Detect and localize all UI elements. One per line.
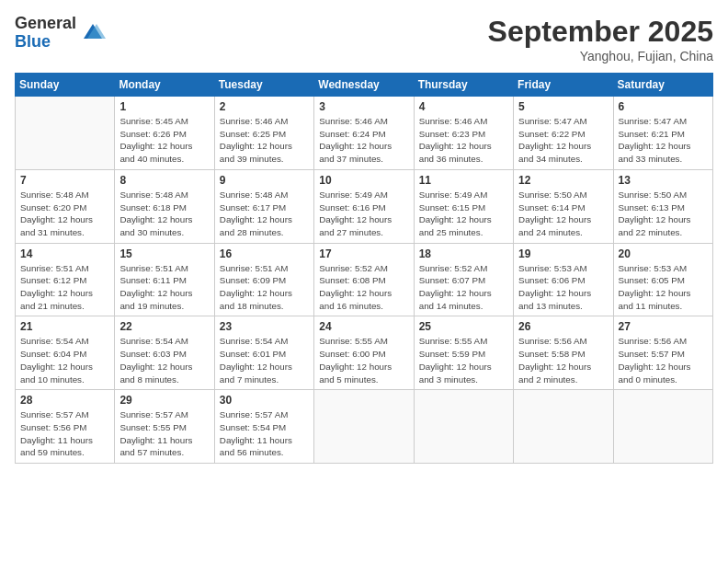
- day-info: Sunrise: 5:51 AM Sunset: 6:12 PM Dayligh…: [20, 262, 109, 313]
- day-info: Sunrise: 5:46 AM Sunset: 6:23 PM Dayligh…: [419, 115, 508, 166]
- day-number: 27: [619, 320, 708, 333]
- calendar-cell: 2Sunrise: 5:46 AM Sunset: 6:25 PM Daylig…: [214, 97, 313, 170]
- day-info: Sunrise: 5:46 AM Sunset: 6:25 PM Dayligh…: [220, 115, 309, 166]
- day-info: Sunrise: 5:51 AM Sunset: 6:09 PM Dayligh…: [220, 262, 309, 313]
- calendar-cell: 5Sunrise: 5:47 AM Sunset: 6:22 PM Daylig…: [514, 97, 613, 170]
- calendar-cell: 23Sunrise: 5:54 AM Sunset: 6:01 PM Dayli…: [214, 316, 313, 390]
- weekday-header-row: SundayMondayTuesdayWednesdayThursdayFrid…: [16, 74, 713, 97]
- day-number: 15: [119, 247, 209, 260]
- weekday-header-wednesday: Wednesday: [314, 74, 414, 97]
- day-number: 17: [319, 247, 408, 260]
- logo: General Blue: [15, 15, 106, 52]
- day-info: Sunrise: 5:48 AM Sunset: 6:20 PM Dayligh…: [20, 189, 109, 239]
- day-info: Sunrise: 5:47 AM Sunset: 6:21 PM Dayligh…: [619, 115, 708, 166]
- calendar-cell: 20Sunrise: 5:53 AM Sunset: 6:05 PM Dayli…: [613, 243, 712, 316]
- day-info: Sunrise: 5:56 AM Sunset: 5:57 PM Dayligh…: [619, 335, 708, 385]
- day-info: Sunrise: 5:57 AM Sunset: 5:56 PM Dayligh…: [20, 408, 109, 459]
- day-number: 29: [119, 394, 209, 407]
- day-info: Sunrise: 5:46 AM Sunset: 6:24 PM Dayligh…: [319, 115, 408, 166]
- day-info: Sunrise: 5:57 AM Sunset: 5:54 PM Dayligh…: [220, 408, 309, 459]
- calendar-cell: 7Sunrise: 5:48 AM Sunset: 6:20 PM Daylig…: [16, 169, 115, 243]
- calendar-table: SundayMondayTuesdayWednesdayThursdayFrid…: [15, 73, 713, 464]
- day-info: Sunrise: 5:53 AM Sunset: 6:05 PM Dayligh…: [619, 262, 708, 313]
- calendar-cell: [314, 390, 414, 464]
- calendar-week-3: 14Sunrise: 5:51 AM Sunset: 6:12 PM Dayli…: [16, 243, 713, 316]
- day-info: Sunrise: 5:54 AM Sunset: 6:01 PM Dayligh…: [220, 335, 309, 385]
- day-number: 24: [319, 320, 408, 333]
- calendar-week-1: 1Sunrise: 5:45 AM Sunset: 6:26 PM Daylig…: [16, 97, 713, 170]
- day-number: 21: [20, 320, 109, 333]
- calendar-cell: 27Sunrise: 5:56 AM Sunset: 5:57 PM Dayli…: [613, 316, 712, 390]
- day-info: Sunrise: 5:50 AM Sunset: 6:13 PM Dayligh…: [619, 189, 708, 239]
- day-number: 12: [518, 174, 608, 187]
- calendar-cell: 10Sunrise: 5:49 AM Sunset: 6:16 PM Dayli…: [314, 169, 414, 243]
- calendar-cell: 11Sunrise: 5:49 AM Sunset: 6:15 PM Dayli…: [414, 169, 513, 243]
- calendar-cell: 13Sunrise: 5:50 AM Sunset: 6:13 PM Dayli…: [613, 169, 712, 243]
- calendar-cell: 9Sunrise: 5:48 AM Sunset: 6:17 PM Daylig…: [214, 169, 313, 243]
- calendar-cell: 6Sunrise: 5:47 AM Sunset: 6:21 PM Daylig…: [613, 97, 712, 170]
- calendar-cell: 26Sunrise: 5:56 AM Sunset: 5:58 PM Dayli…: [514, 316, 613, 390]
- weekday-header-friday: Friday: [514, 74, 613, 97]
- calendar-cell: 25Sunrise: 5:55 AM Sunset: 5:59 PM Dayli…: [414, 316, 513, 390]
- day-number: 6: [619, 100, 708, 113]
- calendar-cell: 8Sunrise: 5:48 AM Sunset: 6:18 PM Daylig…: [115, 169, 214, 243]
- calendar-cell: 1Sunrise: 5:45 AM Sunset: 6:26 PM Daylig…: [115, 97, 214, 170]
- day-number: 11: [419, 174, 508, 187]
- day-number: 10: [319, 174, 408, 187]
- day-info: Sunrise: 5:48 AM Sunset: 6:17 PM Dayligh…: [220, 189, 309, 239]
- day-number: 26: [518, 320, 608, 333]
- day-number: 22: [119, 320, 209, 333]
- calendar-cell: 30Sunrise: 5:57 AM Sunset: 5:54 PM Dayli…: [214, 390, 313, 464]
- calendar-cell: [16, 97, 115, 170]
- location: Yanghou, Fujian, China: [488, 49, 713, 63]
- calendar-cell: 17Sunrise: 5:52 AM Sunset: 6:08 PM Dayli…: [314, 243, 414, 316]
- calendar-cell: 21Sunrise: 5:54 AM Sunset: 6:04 PM Dayli…: [16, 316, 115, 390]
- day-number: 23: [220, 320, 309, 333]
- day-info: Sunrise: 5:47 AM Sunset: 6:22 PM Dayligh…: [518, 115, 608, 166]
- page-header: General Blue September 2025 Yanghou, Fuj…: [15, 15, 713, 63]
- weekday-header-thursday: Thursday: [414, 74, 513, 97]
- day-number: 3: [319, 100, 408, 113]
- calendar-cell: 24Sunrise: 5:55 AM Sunset: 6:00 PM Dayli…: [314, 316, 414, 390]
- day-info: Sunrise: 5:56 AM Sunset: 5:58 PM Dayligh…: [518, 335, 608, 385]
- logo-blue-text: Blue: [15, 33, 76, 52]
- day-info: Sunrise: 5:53 AM Sunset: 6:06 PM Dayligh…: [518, 262, 608, 313]
- day-info: Sunrise: 5:54 AM Sunset: 6:03 PM Dayligh…: [119, 335, 209, 385]
- day-info: Sunrise: 5:52 AM Sunset: 6:08 PM Dayligh…: [319, 262, 408, 313]
- month-title: September 2025: [488, 15, 713, 49]
- weekday-header-monday: Monday: [115, 74, 214, 97]
- day-info: Sunrise: 5:49 AM Sunset: 6:16 PM Dayligh…: [319, 189, 408, 239]
- day-number: 4: [419, 100, 508, 113]
- day-info: Sunrise: 5:51 AM Sunset: 6:11 PM Dayligh…: [119, 262, 209, 313]
- calendar-cell: [414, 390, 513, 464]
- day-info: Sunrise: 5:54 AM Sunset: 6:04 PM Dayligh…: [20, 335, 109, 385]
- logo-general-text: General: [15, 15, 76, 33]
- calendar-cell: [613, 390, 712, 464]
- day-number: 28: [20, 394, 109, 407]
- logo-icon: [80, 20, 106, 46]
- day-number: 30: [220, 394, 309, 407]
- calendar-cell: 12Sunrise: 5:50 AM Sunset: 6:14 PM Dayli…: [514, 169, 613, 243]
- day-info: Sunrise: 5:45 AM Sunset: 6:26 PM Dayligh…: [119, 115, 209, 166]
- calendar-cell: 28Sunrise: 5:57 AM Sunset: 5:56 PM Dayli…: [16, 390, 115, 464]
- day-number: 16: [220, 247, 309, 260]
- day-number: 19: [518, 247, 608, 260]
- calendar-cell: 19Sunrise: 5:53 AM Sunset: 6:06 PM Dayli…: [514, 243, 613, 316]
- calendar-cell: 14Sunrise: 5:51 AM Sunset: 6:12 PM Dayli…: [16, 243, 115, 316]
- calendar-week-2: 7Sunrise: 5:48 AM Sunset: 6:20 PM Daylig…: [16, 169, 713, 243]
- day-number: 2: [220, 100, 309, 113]
- weekday-header-tuesday: Tuesday: [214, 74, 313, 97]
- weekday-header-sunday: Sunday: [16, 74, 115, 97]
- calendar-week-4: 21Sunrise: 5:54 AM Sunset: 6:04 PM Dayli…: [16, 316, 713, 390]
- day-info: Sunrise: 5:48 AM Sunset: 6:18 PM Dayligh…: [119, 189, 209, 239]
- calendar-cell: 15Sunrise: 5:51 AM Sunset: 6:11 PM Dayli…: [115, 243, 214, 316]
- calendar-cell: [514, 390, 613, 464]
- day-info: Sunrise: 5:52 AM Sunset: 6:07 PM Dayligh…: [419, 262, 508, 313]
- calendar-cell: 4Sunrise: 5:46 AM Sunset: 6:23 PM Daylig…: [414, 97, 513, 170]
- day-number: 20: [619, 247, 708, 260]
- day-info: Sunrise: 5:57 AM Sunset: 5:55 PM Dayligh…: [119, 408, 209, 459]
- day-number: 18: [419, 247, 508, 260]
- weekday-header-saturday: Saturday: [613, 74, 712, 97]
- calendar-cell: 18Sunrise: 5:52 AM Sunset: 6:07 PM Dayli…: [414, 243, 513, 316]
- day-number: 1: [119, 100, 209, 113]
